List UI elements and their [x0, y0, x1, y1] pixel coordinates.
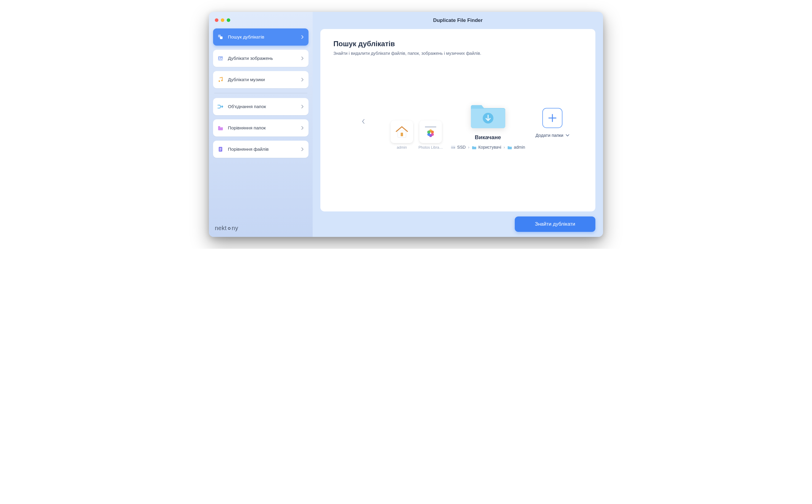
svg-rect-24: [451, 146, 455, 147]
breadcrumb-segment[interactable]: admin: [507, 145, 525, 150]
minimize-window-button[interactable]: [221, 18, 224, 22]
sidebar-item-label: Об'єднання папок: [228, 104, 297, 109]
photos-library-icon: [419, 121, 442, 143]
breadcrumb-segment[interactable]: SSD: [451, 145, 466, 150]
file-compare-icon: [217, 146, 224, 153]
sidebar-item-label: Дублікати музики: [228, 77, 297, 82]
zoom-window-button[interactable]: [227, 18, 230, 22]
chevron-right-icon: [301, 105, 304, 108]
svg-rect-9: [220, 149, 222, 150]
plus-icon: [547, 113, 557, 123]
content-card: Пошук дублікатів Знайти і видалити дублі…: [320, 29, 595, 211]
svg-point-21: [427, 131, 430, 134]
folder-compare-icon: [217, 125, 224, 131]
footer: Знайти дублікати: [313, 211, 603, 237]
duplicates-icon: [217, 34, 224, 40]
scan-targets-row: admin: [391, 100, 525, 150]
find-duplicates-button[interactable]: Знайти дублікати: [515, 216, 595, 232]
music-icon: [217, 76, 224, 83]
image-icon: [217, 55, 224, 62]
sidebar-item-image-duplicates[interactable]: Дублікати зображень: [213, 50, 309, 67]
home-folder-icon: [391, 121, 413, 143]
brand-logo: nektny: [213, 225, 309, 232]
breadcrumb-label: SSD: [457, 145, 466, 150]
chevron-right-icon: ›: [503, 145, 505, 150]
close-window-button[interactable]: [215, 18, 219, 22]
sidebar-item-merge-folders[interactable]: Об'єднання папок: [213, 98, 309, 115]
selected-target-name: Викачане: [475, 134, 501, 141]
add-folders-label: Додати папки: [535, 133, 563, 138]
nav-list: Пошук дублікатів Дублікати зображень Д: [213, 28, 309, 158]
svg-point-4: [219, 81, 220, 82]
svg-rect-1: [220, 36, 223, 39]
sidebar-item-compare-folders[interactable]: Порівняння папок: [213, 119, 309, 137]
sidebar-item-find-duplicates[interactable]: Пошук дублікатів: [213, 28, 309, 46]
breadcrumb-segment[interactable]: Користувачі: [472, 145, 501, 150]
target-item-selected[interactable]: Викачане SSD ›: [451, 100, 525, 150]
chevron-right-icon: [301, 35, 304, 39]
carousel-prev-button[interactable]: [359, 116, 368, 127]
merge-icon: [217, 103, 224, 110]
target-label: Photos Libra…: [418, 145, 443, 150]
chevron-down-icon: [566, 134, 569, 137]
sidebar-item-label: Пошук дублікатів: [228, 34, 297, 40]
folder-mini-icon: [507, 145, 512, 150]
breadcrumb-label: Користувачі: [478, 145, 501, 150]
chevron-right-icon: [301, 78, 304, 81]
window-controls: [213, 17, 309, 28]
chevron-right-icon: [301, 126, 304, 130]
target-label: admin: [397, 145, 407, 150]
disk-icon: [451, 145, 455, 150]
sidebar-item-compare-files[interactable]: Порівняння файлів: [213, 141, 309, 158]
target-item-home[interactable]: admin: [391, 121, 413, 150]
sidebar: Пошук дублікатів Дублікати зображень Д: [209, 12, 313, 237]
main-area: Duplicate File Finder Пошук дублікатів З…: [313, 12, 603, 237]
add-folder-button[interactable]: [542, 108, 562, 128]
target-item-photos[interactable]: Photos Libra…: [418, 121, 443, 150]
svg-rect-8: [220, 148, 222, 149]
sidebar-item-music-duplicates[interactable]: Дублікати музики: [213, 71, 309, 88]
svg-rect-6: [218, 126, 220, 127]
svg-point-5: [222, 80, 223, 81]
svg-rect-13: [425, 126, 436, 128]
app-window: Пошук дублікатів Дублікати зображень Д: [209, 12, 603, 237]
svg-point-25: [454, 147, 455, 148]
chevron-right-icon: ›: [468, 145, 469, 150]
chevron-right-icon: [301, 147, 304, 151]
svg-rect-12: [401, 133, 403, 136]
downloads-folder-icon: [470, 100, 505, 129]
add-folders-panel: Додати папки: [535, 108, 569, 138]
titlebar: Duplicate File Finder: [313, 12, 603, 29]
svg-rect-10: [220, 150, 221, 151]
svg-point-3: [219, 57, 220, 58]
sidebar-item-label: Порівняння папок: [228, 125, 297, 131]
sidebar-item-label: Порівняння файлів: [228, 147, 297, 152]
folder-mini-icon: [472, 145, 476, 150]
scan-targets-stage: admin: [333, 47, 582, 203]
chevron-right-icon: [301, 57, 304, 60]
breadcrumb: SSD › Користувачі ›: [451, 145, 525, 150]
divider: [214, 93, 307, 93]
app-title: Duplicate File Finder: [433, 17, 482, 23]
breadcrumb-label: admin: [514, 145, 525, 150]
add-folders-dropdown[interactable]: Додати папки: [535, 133, 569, 138]
sidebar-item-label: Дублікати зображень: [228, 56, 297, 61]
